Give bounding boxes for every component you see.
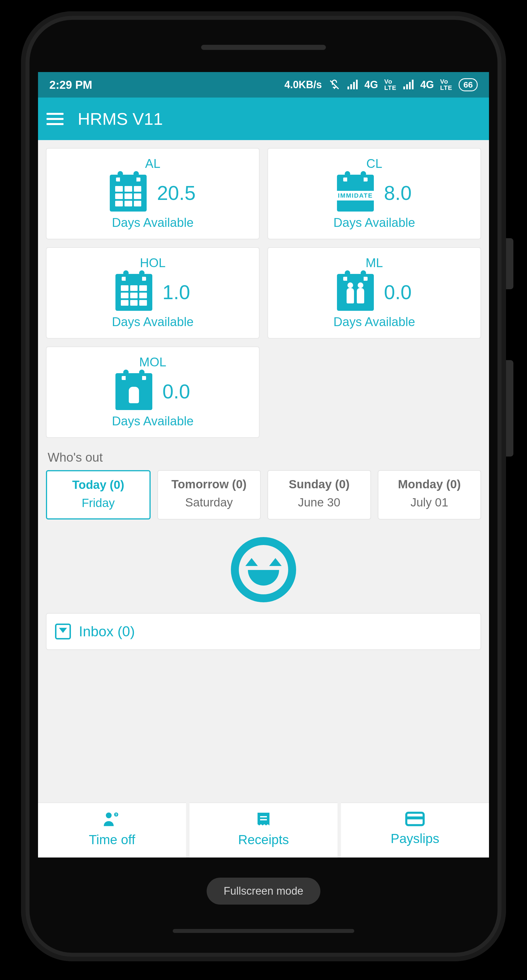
inbox-card[interactable]: Inbox (0) — [46, 613, 481, 650]
leave-code: CL — [274, 156, 475, 171]
leave-caption: Days Available — [52, 315, 253, 329]
leave-card-cl[interactable]: CL IMMIDATE 8.0 Days Available — [267, 148, 481, 239]
inbox-label: Inbox (0) — [79, 623, 135, 640]
leave-card-al[interactable]: AL 20.5 Days Available — [46, 148, 260, 239]
svg-rect-5 — [406, 84, 408, 89]
device-frame: 2:29 PM 4.0KB/s 4G VoLTE — [21, 11, 506, 961]
status-4g-label-1: 4G — [365, 79, 378, 91]
leave-code: AL — [52, 156, 253, 171]
svg-rect-6 — [409, 82, 411, 89]
app-bar: HRMS V11 — [38, 97, 489, 140]
status-net-speed: 4.0KB/s — [285, 79, 322, 91]
inbox-icon — [55, 624, 71, 640]
day-tab-bottom: June 30 — [270, 496, 368, 509]
screen: 2:29 PM 4.0KB/s 4G VoLTE — [38, 72, 489, 858]
device-side-button — [506, 360, 513, 457]
leave-caption: Days Available — [274, 315, 475, 329]
day-tab-tomorrow[interactable]: Tomorrow (0) Saturday — [158, 470, 261, 520]
calendar-grid-icon — [110, 175, 146, 212]
fullscreen-pill[interactable]: Fullscreen mode — [207, 878, 320, 905]
mute-icon — [328, 78, 341, 91]
nav-receipts[interactable]: Receipts — [189, 802, 338, 858]
leave-value: 1.0 — [162, 281, 190, 304]
status-time: 2:29 PM — [49, 78, 92, 91]
svg-rect-2 — [353, 82, 355, 89]
day-tab-today[interactable]: Today (0) Friday — [46, 470, 151, 520]
app-title: HRMS V11 — [78, 109, 163, 129]
status-4g-label-2: 4G — [420, 79, 434, 91]
status-bar: 2:29 PM 4.0KB/s 4G VoLTE — [38, 72, 489, 97]
svg-rect-4 — [403, 86, 405, 89]
svg-rect-3 — [356, 80, 358, 89]
nav-label: Receipts — [192, 832, 335, 847]
svg-text:?: ? — [115, 813, 118, 817]
svg-rect-11 — [260, 816, 267, 818]
menu-icon[interactable] — [46, 110, 64, 128]
svg-rect-7 — [412, 80, 414, 89]
leave-caption: Days Available — [274, 215, 475, 230]
leave-value: 0.0 — [384, 281, 412, 304]
nav-payslips[interactable]: Payslips — [341, 802, 489, 858]
bottom-nav: ? Time off Receipts Payslips — [38, 802, 489, 858]
svg-rect-0 — [347, 86, 349, 89]
day-tab-monday[interactable]: Monday (0) July 01 — [378, 470, 481, 520]
leave-caption: Days Available — [52, 414, 253, 428]
leave-card-mol[interactable]: MOL 0.0 Days Available — [46, 347, 260, 438]
calendar-grid-icon — [115, 274, 152, 311]
calendar-immediate-icon: IMMIDATE — [337, 175, 374, 212]
signal-icon — [403, 79, 414, 91]
day-tab-bottom: July 01 — [381, 496, 479, 509]
calendar-person-icon — [115, 373, 152, 410]
leave-code: MOL — [52, 355, 253, 369]
nav-label: Time off — [41, 832, 183, 847]
receipt-icon — [255, 811, 272, 828]
leave-code: ML — [274, 256, 475, 270]
battery-indicator: 66 — [459, 78, 478, 91]
whos-out-heading: Who's out — [48, 450, 481, 465]
nav-time-off[interactable]: ? Time off — [38, 802, 186, 858]
leave-code: HOL — [52, 256, 253, 270]
content-area: AL 20.5 Days Available CL — [38, 140, 489, 658]
signal-icon — [347, 79, 358, 91]
day-tab-bottom: Saturday — [160, 496, 258, 509]
day-tab-bottom: Friday — [49, 496, 147, 510]
people-icon: ? — [102, 811, 122, 828]
day-tab-top: Sunday (0) — [270, 477, 368, 491]
leave-balance-grid: AL 20.5 Days Available CL — [46, 148, 481, 438]
calendar-couple-icon — [337, 274, 374, 311]
volte-icon: VoLTE — [384, 78, 396, 91]
svg-rect-1 — [350, 84, 352, 89]
day-tab-top: Tomorrow (0) — [160, 477, 258, 491]
volte-icon: VoLTE — [440, 78, 452, 91]
device-bottom-speaker — [173, 929, 354, 933]
leave-value: 20.5 — [157, 182, 196, 204]
day-tab-top: Today (0) — [49, 478, 147, 492]
svg-point-8 — [106, 812, 111, 818]
card-icon — [405, 811, 425, 827]
leave-value: 0.0 — [162, 380, 190, 403]
day-tab-top: Monday (0) — [381, 477, 479, 491]
svg-rect-14 — [406, 816, 424, 819]
device-earpiece — [201, 45, 326, 50]
device-side-button — [506, 238, 513, 289]
svg-rect-12 — [260, 819, 267, 821]
nav-label: Payslips — [344, 831, 486, 846]
leave-value: 8.0 — [384, 182, 412, 204]
leave-caption: Days Available — [52, 215, 253, 230]
whos-out-day-row: Today (0) Friday Tomorrow (0) Saturday S… — [46, 470, 481, 520]
happy-face-icon — [231, 537, 296, 602]
leave-card-hol[interactable]: HOL 1.0 Days Available — [46, 247, 260, 339]
day-tab-sunday[interactable]: Sunday (0) June 30 — [267, 470, 371, 520]
leave-card-ml[interactable]: ML 0.0 Days Available — [267, 247, 481, 339]
